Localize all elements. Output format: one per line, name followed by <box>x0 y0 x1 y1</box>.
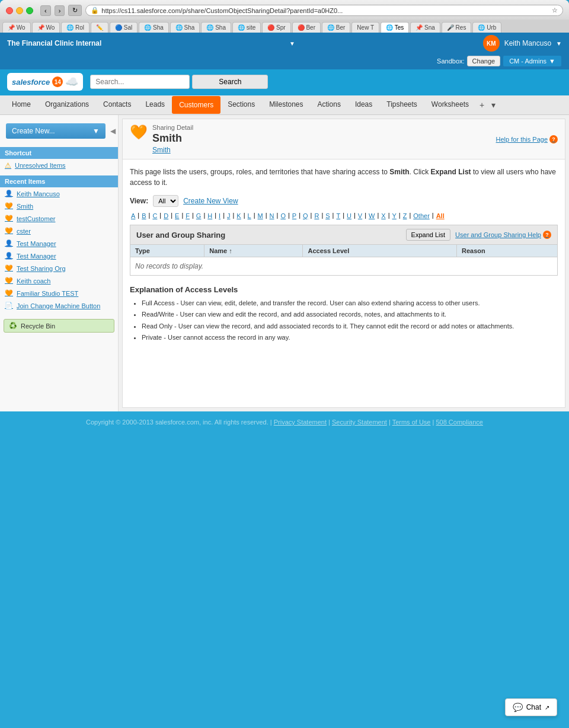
minimize-button[interactable] <box>16 7 23 14</box>
alpha-I[interactable]: I <box>218 212 222 220</box>
tab-wo1[interactable]: 📌 Wo <box>2 22 31 33</box>
back-button[interactable]: ‹ <box>40 5 51 16</box>
recent-keith-coach[interactable]: 🧡 Keith coach <box>0 274 118 287</box>
nav-leads[interactable]: Leads <box>138 95 172 114</box>
tab-sha3[interactable]: 🌐 Sha <box>201 22 231 33</box>
tab-spr[interactable]: 🔴 Spr <box>262 22 290 33</box>
sandbox-change-button[interactable]: Change <box>467 56 501 66</box>
tab-sna[interactable]: 📌 Sna <box>410 22 440 33</box>
recent-familiar-studio[interactable]: 🧡 Familiar Studio TEST <box>0 287 118 299</box>
reload-button[interactable]: ↻ <box>68 5 82 16</box>
alpha-B[interactable]: B <box>140 212 147 220</box>
nav-actions[interactable]: Actions <box>311 95 348 114</box>
alpha-C[interactable]: C <box>151 212 158 220</box>
cm-admins-button[interactable]: CM - Admins ▼ <box>503 55 562 67</box>
alpha-X[interactable]: X <box>380 212 386 220</box>
alpha-N[interactable]: N <box>268 212 276 220</box>
tab-res[interactable]: 🎤 Res <box>442 22 472 33</box>
forward-button[interactable]: › <box>55 5 65 16</box>
recent-testcustomer[interactable]: 🧡 testCustomer <box>0 212 118 225</box>
alpha-K[interactable]: K <box>235 212 242 220</box>
dropdown-arrow[interactable]: ▼ <box>289 40 295 47</box>
nav-contacts[interactable]: Contacts <box>96 95 138 114</box>
close-button[interactable] <box>6 7 13 14</box>
col-name[interactable]: Name ↑ <box>204 245 303 257</box>
record-link[interactable]: Smith <box>152 146 171 154</box>
alpha-all[interactable]: All <box>435 212 446 220</box>
tab-sal[interactable]: 🔵 Sal <box>110 22 138 33</box>
alpha-Z[interactable]: Z <box>402 212 408 220</box>
tab-urb[interactable]: 🌐 Urb <box>472 22 501 33</box>
tab-wo2[interactable]: 📌 Wo <box>32 22 60 33</box>
alpha-T[interactable]: T <box>335 212 341 220</box>
alpha-R[interactable]: R <box>313 212 320 220</box>
alpha-S[interactable]: S <box>324 212 331 220</box>
nav-milestones[interactable]: Milestones <box>262 95 310 114</box>
sharing-help-link[interactable]: User and Group Sharing Help ? <box>455 231 551 239</box>
nav-more-dropdown[interactable]: ▾ <box>488 95 499 114</box>
user-dropdown-icon[interactable]: ▼ <box>556 40 562 47</box>
alpha-M[interactable]: M <box>257 212 264 220</box>
nav-worksheets[interactable]: Worksheets <box>424 95 476 114</box>
nav-plus[interactable]: + <box>476 95 488 114</box>
tab-rol[interactable]: 🌐 Rol <box>61 22 89 33</box>
alpha-J[interactable]: J <box>226 212 232 220</box>
recent-item-label-jcm: Join Change Machine Button <box>17 302 100 309</box>
alpha-D[interactable]: D <box>162 212 170 220</box>
tab-ber1[interactable]: 🔴 Ber <box>292 22 321 33</box>
maximize-button[interactable] <box>26 7 33 14</box>
alpha-Y[interactable]: Y <box>391 212 398 220</box>
help-link[interactable]: Help for this Page ? <box>496 135 558 143</box>
create-view-link[interactable]: Create New View <box>183 197 238 205</box>
nav-customers[interactable]: Customers <box>172 96 220 114</box>
alpha-F[interactable]: F <box>184 212 191 220</box>
recycle-icon: ♻️ <box>9 322 17 330</box>
compliance-link[interactable]: 508 Compliance <box>436 419 483 426</box>
alpha-E[interactable]: E <box>174 212 180 220</box>
sidebar-collapse-icon[interactable]: ◀ <box>110 127 116 135</box>
nav-tipsheets[interactable]: Tipsheets <box>379 95 424 114</box>
alpha-W[interactable]: W <box>367 212 376 220</box>
recent-keith-mancuso[interactable]: 👤 Keith Mancuso <box>0 187 118 200</box>
expand-list-button[interactable]: Expand List <box>406 229 450 241</box>
recent-test-sharing-org[interactable]: 🧡 Test Sharing Org <box>0 262 118 274</box>
tab-empty[interactable]: ✏️ <box>91 22 108 33</box>
tab-newt[interactable]: New T <box>351 22 379 33</box>
search-input[interactable] <box>90 75 190 89</box>
recent-join-change-machine[interactable]: 📄 Join Change Machine Button <box>0 299 118 312</box>
view-select[interactable]: All <box>153 195 178 207</box>
terms-link[interactable]: Terms of Use <box>392 419 431 426</box>
alpha-V[interactable]: V <box>357 212 363 220</box>
recent-test-manager-1[interactable]: 👤 Test Manager <box>0 237 118 250</box>
tab-tes[interactable]: 🌐 Tes <box>381 22 409 33</box>
alpha-Q[interactable]: Q <box>302 212 309 220</box>
alpha-other[interactable]: Other <box>412 212 431 220</box>
create-new-button[interactable]: Create New... ▼ <box>6 123 106 139</box>
alpha-O[interactable]: O <box>279 212 287 220</box>
security-link[interactable]: Security Statement <box>332 419 387 426</box>
tab-site[interactable]: 🌐 site <box>232 22 261 33</box>
recycle-bin-button[interactable]: ♻️ Recycle Bin <box>4 319 114 333</box>
tab-ber2[interactable]: 🌐 Ber <box>322 22 350 33</box>
tab-sha1[interactable]: 🌐 Sha <box>139 22 169 33</box>
privacy-link[interactable]: Privacy Statement <box>274 419 327 426</box>
alpha-G[interactable]: G <box>195 212 203 220</box>
tab-sha2[interactable]: 🌐 Sha <box>170 22 200 33</box>
nav-organizations[interactable]: Organizations <box>38 95 96 114</box>
alpha-U[interactable]: U <box>346 212 353 220</box>
alpha-L[interactable]: L <box>247 212 252 220</box>
nav-sections[interactable]: Sections <box>220 95 262 114</box>
alpha-P[interactable]: P <box>291 212 298 220</box>
alpha-H[interactable]: H <box>206 212 213 220</box>
recent-cster[interactable]: 🧡 cster <box>0 225 118 237</box>
unresolved-items-link[interactable]: ⚠ Unresolved Items <box>0 159 118 172</box>
recent-smith[interactable]: 🧡 Smith <box>0 200 118 212</box>
search-button[interactable]: Search <box>192 75 268 89</box>
star-icon[interactable]: ☆ <box>552 7 558 14</box>
nav-home[interactable]: Home <box>5 95 38 114</box>
nav-ideas[interactable]: Ideas <box>348 95 379 114</box>
address-bar[interactable]: 🔒 https://cs11.salesforce.com/p/share/Cu… <box>85 5 563 16</box>
doc-icon: 📄 <box>5 302 13 309</box>
recent-test-manager-2[interactable]: 👤 Test Manager <box>0 250 118 262</box>
alpha-A[interactable]: A <box>130 212 136 220</box>
